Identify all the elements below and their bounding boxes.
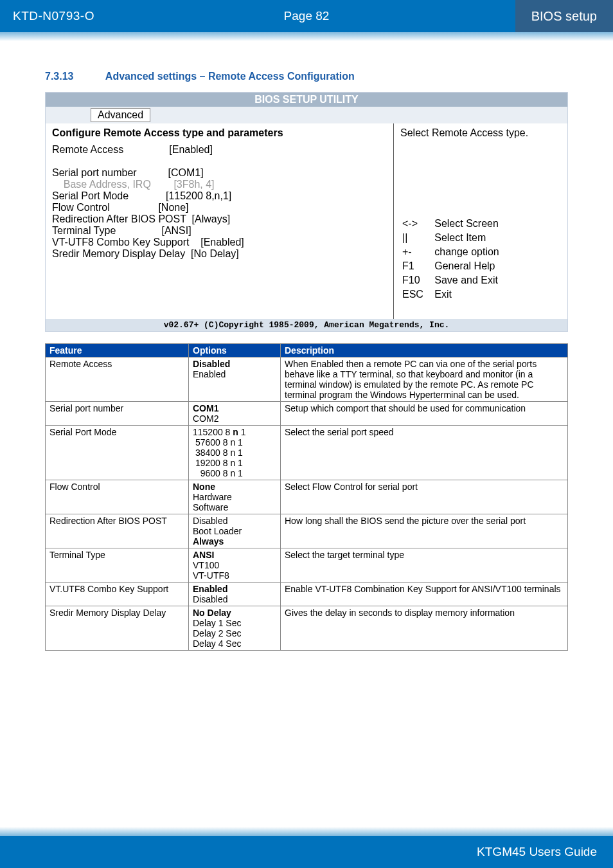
- page-number: Page 82: [284, 9, 330, 23]
- bios-settings-pane: Configure Remote Access type and paramet…: [46, 123, 393, 319]
- section-heading: 7.3.13 Advanced settings – Remote Access…: [45, 71, 568, 82]
- document-page: KTD-N0793-O Page 82 BIOS setup 7.3.13 Ad…: [0, 0, 613, 868]
- cell-options: 115200 8 n 1 57600 8 n 1 38400 8 n 1 192…: [189, 426, 281, 480]
- cell-options: NoneHardwareSoftware: [189, 480, 281, 514]
- options-table: Feature Options Description Remote Acces…: [45, 343, 568, 651]
- bios-key-row: <-> Select Screen: [402, 217, 500, 230]
- bios-main-area: Configure Remote Access type and paramet…: [46, 123, 567, 319]
- cell-options: DisabledEnabled: [189, 357, 281, 402]
- bios-setting-row: VT-UTF8 Combo Key Support [Enabled]: [52, 237, 387, 248]
- page-content: 7.3.13 Advanced settings – Remote Access…: [0, 71, 613, 651]
- section-flag: BIOS setup: [515, 0, 613, 32]
- bios-key-desc: General Help: [434, 260, 500, 273]
- document-id: KTD-N0793-O: [13, 9, 94, 23]
- header-shadow: [0, 32, 613, 41]
- heading-number: 7.3.13: [45, 71, 103, 82]
- bios-screenshot: BIOS SETUP UTILITY Advanced Configure Re…: [45, 92, 568, 332]
- bios-setting-row: Redirection After BIOS POST [Always]: [52, 213, 387, 225]
- cell-description: Select Flow Control for serial port: [281, 480, 568, 514]
- bios-key-desc: Save and Exit: [434, 274, 500, 287]
- cell-options: No DelayDelay 1 SecDelay 2 SecDelay 4 Se…: [189, 606, 281, 651]
- footer-guide-name: KTGM45 Users Guide: [477, 845, 597, 859]
- table-row: VT.UTF8 Combo Key SupportEnabledDisabled…: [46, 583, 568, 606]
- table-row: Remote AccessDisabledEnabledWhen Enabled…: [46, 357, 568, 402]
- table-header-row: Feature Options Description: [46, 344, 568, 357]
- cell-options: COM1COM2: [189, 402, 281, 426]
- cell-options: ANSIVT100VT-UTF8: [189, 548, 281, 583]
- heading-title: Advanced settings – Remote Access Config…: [105, 71, 355, 82]
- bios-active-tab: Advanced: [91, 108, 150, 122]
- cell-description: When Enabled then a remote PC can via on…: [281, 357, 568, 402]
- header-bar: KTD-N0793-O Page 82 BIOS setup: [0, 0, 613, 32]
- cell-description: How long shall the BIOS send the picture…: [281, 514, 568, 548]
- bios-setting-row: Terminal Type [ANSI]: [52, 225, 387, 237]
- table-row: Redirection After BIOS POSTDisabledBoot …: [46, 514, 568, 548]
- bios-title-bar: BIOS SETUP UTILITY: [46, 93, 567, 107]
- bios-key: F1: [402, 260, 432, 273]
- bios-key-legend: <-> Select Screen|| Select Item+- change…: [400, 216, 501, 302]
- bios-key-row: ESC Exit: [402, 288, 500, 301]
- cell-feature: Redirection After BIOS POST: [46, 514, 189, 548]
- bios-setting-row: Serial Port Mode [115200 8,n,1]: [52, 190, 387, 202]
- cell-feature: Flow Control: [46, 480, 189, 514]
- cell-feature: Serial Port Mode: [46, 426, 189, 480]
- cell-feature: Remote Access: [46, 357, 189, 402]
- bios-help-pane: Select Remote Access type. <-> Select Sc…: [393, 123, 567, 319]
- bios-key: ||: [402, 231, 432, 244]
- table-row: Serial port numberCOM1COM2Setup which co…: [46, 402, 568, 426]
- bios-setting-row: Remote Access [Enabled]: [52, 144, 387, 156]
- cell-description: Select the serial port speed: [281, 426, 568, 480]
- col-description: Description: [281, 344, 568, 357]
- cell-description: Setup which comport that should be used …: [281, 402, 568, 426]
- table-row: Serial Port Mode115200 8 n 1 57600 8 n 1…: [46, 426, 568, 480]
- bios-key-desc: Select Screen: [434, 217, 500, 230]
- bios-key-row: || Select Item: [402, 231, 500, 244]
- bios-key-row: +- change option: [402, 246, 500, 258]
- cell-feature: Serial port number: [46, 402, 189, 426]
- bios-key-desc: change option: [434, 246, 500, 258]
- cell-feature: Sredir Memory Display Delay: [46, 606, 189, 651]
- cell-options: DisabledBoot LoaderAlways: [189, 514, 281, 548]
- bios-setting-row: [52, 156, 387, 167]
- bios-copyright: v02.67+ (C)Copyright 1985-2009, American…: [46, 319, 567, 331]
- footer-shadow: [0, 827, 613, 836]
- bios-key: <->: [402, 217, 432, 230]
- bios-tab-row: Advanced: [46, 107, 567, 123]
- bios-help-text: Select Remote Access type.: [400, 127, 561, 139]
- cell-feature: VT.UTF8 Combo Key Support: [46, 583, 189, 606]
- bios-key-row: F10 Save and Exit: [402, 274, 500, 287]
- bios-setting-row: Sredir Memory Display Delay [No Delay]: [52, 248, 387, 260]
- cell-description: Gives the delay in seconds to display me…: [281, 606, 568, 651]
- bios-setting-row: Serial port number [COM1]: [52, 167, 387, 179]
- footer-bar: KTGM45 Users Guide: [0, 836, 613, 868]
- bios-key-desc: Select Item: [434, 231, 500, 244]
- cell-description: Enable VT-UTF8 Combination Key Support f…: [281, 583, 568, 606]
- bios-key: ESC: [402, 288, 432, 301]
- col-options: Options: [189, 344, 281, 357]
- bios-config-header: Configure Remote Access type and paramet…: [52, 127, 387, 139]
- col-feature: Feature: [46, 344, 189, 357]
- cell-feature: Terminal Type: [46, 548, 189, 583]
- cell-options: EnabledDisabled: [189, 583, 281, 606]
- bios-setting-row: Base Address, IRQ [3F8h, 4]: [52, 179, 387, 190]
- table-row: Sredir Memory Display DelayNo DelayDelay…: [46, 606, 568, 651]
- bios-key: +-: [402, 246, 432, 258]
- cell-description: Select the target terminal type: [281, 548, 568, 583]
- table-row: Flow ControlNoneHardwareSoftwareSelect F…: [46, 480, 568, 514]
- bios-setting-row: Flow Control [None]: [52, 202, 387, 213]
- bios-key-desc: Exit: [434, 288, 500, 301]
- bios-key: F10: [402, 274, 432, 287]
- bios-key-row: F1 General Help: [402, 260, 500, 273]
- table-row: Terminal TypeANSIVT100VT-UTF8Select the …: [46, 548, 568, 583]
